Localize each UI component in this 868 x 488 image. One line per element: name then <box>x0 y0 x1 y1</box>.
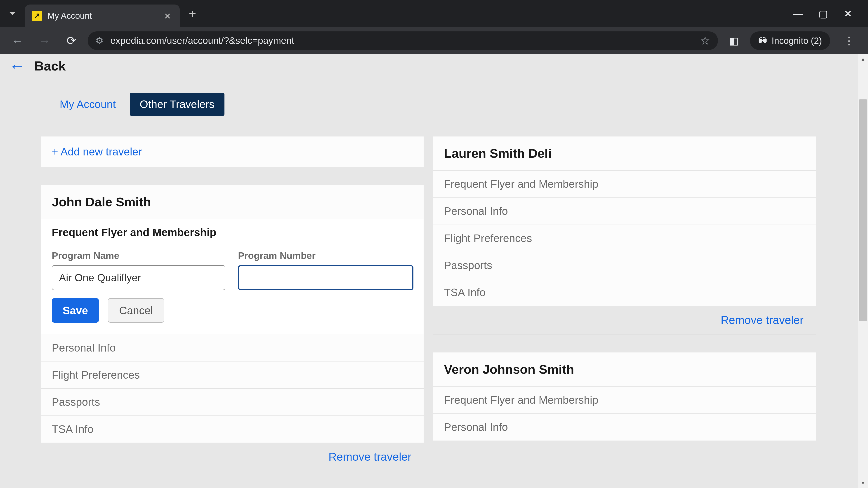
back-button-icon[interactable]: ← <box>7 34 28 47</box>
section-frequent-flyer: Frequent Flyer and Membership <box>41 219 424 246</box>
back-arrow-icon[interactable]: ← <box>9 57 25 75</box>
traveler-name: Veron Johnson Smith <box>433 352 816 386</box>
remove-traveler-link[interactable]: Remove traveler <box>329 451 411 463</box>
tab-title: My Account <box>48 11 157 21</box>
cancel-button[interactable]: Cancel <box>108 298 164 323</box>
account-tabs: My Account Other Travelers <box>50 93 868 116</box>
program-number-label: Program Number <box>238 250 413 261</box>
program-name-label: Program Name <box>52 250 225 261</box>
browser-tab[interactable]: ↗ My Account × <box>25 4 180 27</box>
close-tab-icon[interactable]: × <box>162 10 173 22</box>
browser-toolbar: ← → ⟳ ⚙ expedia.com/user/account/?&selc=… <box>0 27 868 54</box>
back-label[interactable]: Back <box>34 58 66 73</box>
section-personal-info[interactable]: Personal Info <box>433 414 816 441</box>
chevron-down-icon <box>9 12 16 15</box>
section-frequent-flyer[interactable]: Frequent Flyer and Membership <box>433 386 816 414</box>
right-column: Lauren Smith Deli Frequent Flyer and Mem… <box>433 136 816 471</box>
minimize-icon[interactable]: — <box>793 8 803 19</box>
chrome-menu-icon[interactable]: ⋮ <box>837 34 861 47</box>
tab-other-travelers[interactable]: Other Travelers <box>130 93 224 116</box>
section-flight-preferences[interactable]: Flight Preferences <box>41 361 424 388</box>
url-text: expedia.com/user/account/?&selc=payment <box>110 35 693 46</box>
incognito-icon: 🕶 <box>758 36 767 46</box>
back-row: ← Back <box>0 54 868 82</box>
incognito-indicator[interactable]: 🕶 Incognito (2) <box>750 31 830 50</box>
traveler-name: Lauren Smith Deli <box>433 136 816 170</box>
page-viewport: ← Back My Account Other Travelers + Add … <box>0 54 868 488</box>
bookmark-star-icon[interactable]: ☆ <box>700 34 710 47</box>
forward-button-icon[interactable]: → <box>34 34 55 47</box>
window-controls: — ▢ ✕ <box>793 8 868 20</box>
favicon-icon: ↗ <box>32 11 42 21</box>
vertical-scrollbar[interactable]: ▲ ▼ <box>858 54 868 488</box>
section-flight-preferences[interactable]: Flight Preferences <box>433 225 816 252</box>
remove-row: Remove traveler <box>433 306 816 334</box>
close-window-icon[interactable]: ✕ <box>844 8 852 20</box>
site-info-icon[interactable]: ⚙ <box>95 35 103 46</box>
left-column: + Add new traveler John Dale Smith Frequ… <box>41 136 424 471</box>
browser-titlebar: ↗ My Account × + — ▢ ✕ <box>0 0 868 27</box>
remove-row: Remove traveler <box>41 443 424 471</box>
scroll-thumb[interactable] <box>859 99 867 321</box>
frequent-flyer-form: Program Name Program Number Save Cancel <box>41 246 424 334</box>
section-passports[interactable]: Passports <box>41 388 424 416</box>
traveler-name: John Dale Smith <box>41 185 424 219</box>
reload-icon[interactable]: ⟳ <box>62 34 81 47</box>
traveler-card-lauren: Lauren Smith Deli Frequent Flyer and Mem… <box>433 136 816 335</box>
program-number-input[interactable] <box>238 265 413 290</box>
scroll-up-icon[interactable]: ▲ <box>858 54 868 64</box>
address-bar[interactable]: ⚙ expedia.com/user/account/?&selc=paymen… <box>88 31 718 50</box>
add-new-traveler-link[interactable]: + Add new traveler <box>52 146 142 158</box>
save-button[interactable]: Save <box>52 298 99 323</box>
maximize-icon[interactable]: ▢ <box>818 8 828 20</box>
section-personal-info[interactable]: Personal Info <box>433 197 816 225</box>
tab-my-account[interactable]: My Account <box>50 93 126 116</box>
section-personal-info[interactable]: Personal Info <box>41 334 424 361</box>
section-tsa-info[interactable]: TSA Info <box>41 416 424 443</box>
section-frequent-flyer[interactable]: Frequent Flyer and Membership <box>433 170 816 197</box>
incognito-label: Incognito (2) <box>772 36 822 46</box>
tab-search-dropdown[interactable] <box>0 0 25 27</box>
traveler-card-veron: Veron Johnson Smith Frequent Flyer and M… <box>433 352 816 441</box>
program-name-input[interactable] <box>52 265 225 290</box>
section-tsa-info[interactable]: TSA Info <box>433 279 816 306</box>
remove-traveler-link[interactable]: Remove traveler <box>721 314 804 326</box>
scroll-down-icon[interactable]: ▼ <box>858 478 868 488</box>
traveler-card-john: John Dale Smith Frequent Flyer and Membe… <box>41 185 424 471</box>
new-tab-button[interactable]: + <box>189 6 196 21</box>
side-panel-icon[interactable]: ◧ <box>725 35 743 46</box>
section-passports[interactable]: Passports <box>433 252 816 279</box>
add-traveler-card: + Add new traveler <box>41 136 424 167</box>
